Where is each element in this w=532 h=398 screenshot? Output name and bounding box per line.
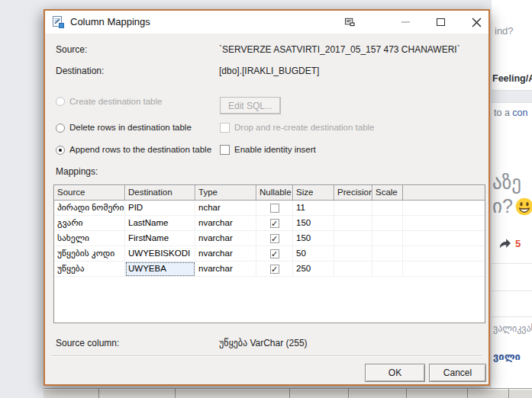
mapping-cell-precision[interactable]	[334, 231, 372, 246]
mapping-cell-size[interactable]: 11	[293, 201, 334, 216]
mapping-cell-size[interactable]: 50	[293, 246, 334, 262]
edit-sql-label: Edit SQL...	[228, 101, 272, 111]
mappings-grid-rows: პირადი ნომერიPIDnchar11გვარიLastNamenvar…	[54, 201, 485, 277]
create-table-label: Create destination table	[69, 97, 162, 106]
post-text-line1: აზე	[492, 171, 532, 194]
mapping-cell-scale[interactable]	[372, 201, 403, 216]
mapping-cell-source[interactable]: სახელი	[54, 231, 125, 246]
minimize-icon[interactable]	[395, 11, 416, 34]
destination-value: [dbo].[IRAKLI_BUGDET]	[219, 66, 319, 76]
mapping-cell-type[interactable]: nvarchar	[195, 231, 256, 246]
identity-insert-label: Enable identity insert	[234, 145, 316, 154]
drop-recreate-label: Drop and re-create destination table	[234, 123, 374, 132]
reply-to-comment-link[interactable]: to a con	[494, 108, 527, 118]
identity-insert-checkbox[interactable]	[220, 145, 230, 155]
mapping-cell-scale[interactable]	[372, 262, 403, 277]
mapping-cell-type[interactable]: nvarchar	[195, 216, 256, 231]
profile-link[interactable]: ვილი	[493, 351, 521, 362]
checked-checkbox-icon[interactable]: ✓	[270, 234, 279, 243]
close-icon[interactable]	[466, 11, 487, 34]
nullable-cell[interactable]: ✓	[256, 262, 293, 277]
mapping-cell-type[interactable]: nchar	[195, 201, 256, 216]
mapping-cell-destination[interactable]: PID	[125, 201, 195, 216]
append-rows-radio[interactable]	[56, 146, 65, 155]
source-value: `SERVERZE ASATVIRTI_2017_05_157 473 CHAN…	[219, 44, 460, 55]
mapping-cell-scale[interactable]	[372, 246, 403, 262]
source-label: Source:	[56, 44, 87, 55]
ok-button[interactable]: OK	[365, 364, 425, 382]
window-icon[interactable]	[339, 11, 360, 34]
row-divider	[492, 263, 532, 264]
mapping-cell-source[interactable]: უწყება	[54, 262, 125, 277]
mapping-cell-size[interactable]: 150	[293, 216, 334, 231]
nullable-cell[interactable]: ✓	[256, 246, 293, 262]
mapping-cell-precision[interactable]	[334, 216, 372, 231]
column-header-nullable[interactable]: Nullable	[256, 185, 293, 201]
mappings-grid: Source Destination Type Nullable Size Pr…	[53, 185, 485, 323]
dialog-title: Column Mappings	[70, 11, 150, 34]
unchecked-checkbox-icon[interactable]	[270, 204, 279, 213]
background-webpage: ind? Feeling/A to a con აზე ი?	[492, 0, 532, 388]
nullable-cell[interactable]	[256, 201, 293, 216]
share-button[interactable]: 5	[498, 238, 521, 249]
mapping-row-filler	[403, 231, 485, 246]
whats-on-mind-text: ind?	[495, 25, 514, 37]
background-grid-cell	[349, 389, 407, 398]
mapping-cell-size[interactable]: 250	[293, 262, 334, 277]
background-grid-cell	[509, 389, 532, 398]
grinning-face-emoji	[515, 197, 532, 216]
mapping-cell-scale[interactable]	[372, 216, 403, 231]
drop-recreate-checkbox[interactable]	[220, 123, 230, 133]
nullable-cell[interactable]: ✓	[256, 216, 293, 231]
mapping-cell-destination[interactable]: UWYEBA	[125, 262, 195, 277]
column-mappings-document-icon	[52, 16, 64, 28]
mappings-grid-header: Source Destination Type Nullable Size Pr…	[54, 185, 485, 201]
delete-rows-radio[interactable]	[56, 124, 65, 133]
mapping-row: პირადი ნომერიPIDnchar11	[54, 201, 485, 216]
checked-checkbox-icon[interactable]: ✓	[270, 265, 279, 274]
post-text: აზე ი?	[492, 171, 532, 218]
mapping-cell-source[interactable]: უწყების კოდი	[54, 246, 125, 262]
mapping-cell-source[interactable]: გვარი	[54, 216, 125, 231]
column-header-source[interactable]: Source	[54, 185, 125, 201]
mapping-cell-type[interactable]: nvarchar	[195, 262, 256, 277]
nullable-cell[interactable]: ✓	[256, 231, 293, 246]
mapping-row: გვარიLastNamenvarchar✓150	[54, 216, 485, 231]
titlebar[interactable]: Column Mappings	[45, 11, 488, 34]
ok-label: OK	[389, 368, 401, 378]
cancel-label: Cancel	[443, 368, 472, 378]
mapping-cell-precision[interactable]	[334, 246, 372, 262]
mapping-cell-destination[interactable]: UWYEBISKODI	[125, 246, 195, 262]
checked-checkbox-icon[interactable]: ✓	[270, 219, 279, 228]
checked-checkbox-icon[interactable]: ✓	[270, 249, 279, 258]
mapping-cell-size[interactable]: 150	[293, 231, 334, 246]
background-grid-cell	[99, 389, 176, 398]
share-count: 5	[515, 238, 521, 249]
background-grid-cell	[468, 389, 509, 398]
column-mappings-dialog: Column Mappings Source: `SERVERZE ASATVI…	[44, 9, 490, 386]
background-grid-cell	[290, 389, 349, 398]
column-header-size[interactable]: Size	[293, 185, 334, 201]
row-divider	[492, 290, 532, 291]
create-table-radio[interactable]	[56, 97, 65, 106]
column-header-scale[interactable]: Scale	[372, 185, 403, 201]
mapping-cell-type[interactable]: nvarchar	[195, 246, 256, 262]
column-header-type[interactable]: Type	[195, 185, 256, 201]
mapping-cell-precision[interactable]	[334, 262, 372, 277]
mapping-cell-precision[interactable]	[334, 201, 372, 216]
append-rows-label: Append rows to the destination table	[69, 145, 211, 154]
cancel-button[interactable]: Cancel	[429, 364, 486, 382]
column-header-destination[interactable]: Destination	[125, 185, 195, 201]
mapping-cell-destination[interactable]: LastName	[125, 216, 195, 231]
row-divider	[492, 316, 532, 317]
mapping-row-filler	[403, 246, 485, 262]
mappings-label: Mappings:	[56, 166, 98, 177]
source-column-label: Source column:	[56, 338, 119, 348]
maximize-icon[interactable]	[430, 11, 451, 34]
edit-sql-button[interactable]: Edit SQL...	[220, 97, 281, 114]
mapping-cell-destination[interactable]: FirstName	[125, 231, 195, 246]
mapping-cell-source[interactable]: პირადი ნომერი	[54, 201, 125, 216]
mapping-row-filler	[403, 262, 485, 277]
mapping-cell-scale[interactable]	[372, 231, 403, 246]
column-header-precision[interactable]: Precision	[334, 185, 372, 201]
